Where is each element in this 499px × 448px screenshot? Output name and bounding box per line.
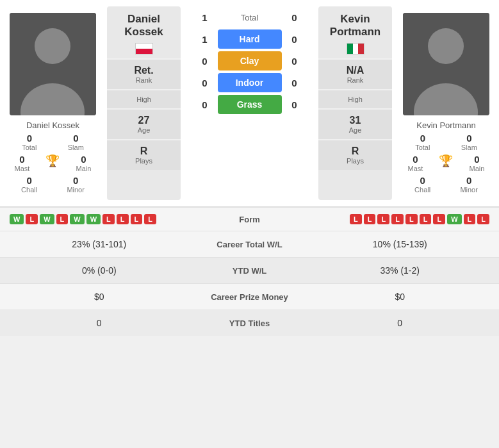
right-minor-label: Minor xyxy=(460,186,478,194)
indoor-badge: Indoor xyxy=(218,73,282,92)
left-player-name-center: DanielKossek xyxy=(121,6,166,42)
form-badge-right: L xyxy=(433,214,445,224)
form-badge-left: L xyxy=(56,214,69,224)
right-main-cell: 0 Main xyxy=(470,154,485,172)
form-badge-left: W xyxy=(40,214,54,224)
left-total-cell: 0 Total xyxy=(22,133,37,151)
court-row-clay: 0 Clay 0 xyxy=(182,51,317,71)
stats-row: $0Career Prize Money$0 xyxy=(0,283,499,310)
right-minor-cell: 0 Minor xyxy=(460,175,478,194)
left-rank-block: Ret. Rank xyxy=(107,58,181,89)
stats-right-value: 33% (1-2) xyxy=(314,265,487,276)
main-container: Daniel Kossek 0 Total 0 Slam 0 Mast 🏆 xyxy=(0,0,499,336)
left-mast-cell: 0 Mast xyxy=(15,154,30,172)
left-stat-row-1: 0 Total 0 Slam xyxy=(6,133,99,151)
right-mast-value: 0 xyxy=(413,154,418,165)
form-badge-right: W xyxy=(447,214,461,224)
grass-badge: Grass xyxy=(218,95,282,114)
right-player-name-label: Kevin Portmann xyxy=(416,120,476,130)
right-player-name-center: KevinPortmann xyxy=(327,6,384,42)
stats-row: 0YTD Titles0 xyxy=(0,310,499,336)
right-age-label: Age xyxy=(322,126,389,134)
form-badges-right: LLLLLLLWLL xyxy=(288,214,490,224)
left-main-value: 0 xyxy=(81,154,86,165)
indoor-score-right: 0 xyxy=(282,78,307,88)
left-mast-value: 0 xyxy=(19,154,24,165)
hard-score-right: 0 xyxy=(282,34,307,45)
left-high-label: High xyxy=(110,95,177,103)
right-stat-row-1: 0 Total 0 Slam xyxy=(400,133,493,151)
total-score-right: 0 xyxy=(282,12,307,23)
center-courts-column: 1 Total 0 1 Hard 0 0 Clay 0 0 Indoor 0 xyxy=(182,6,317,200)
stats-right-value: 0 xyxy=(314,318,487,328)
left-rank-label: Rank xyxy=(110,76,177,84)
left-player-avatar xyxy=(10,13,96,115)
clay-badge: Clay xyxy=(218,51,282,71)
right-player-photo-panel: Kevin Portmann 0 Total 0 Slam 0 Mast 🏆 xyxy=(393,6,499,200)
left-mast-label: Mast xyxy=(15,165,30,172)
right-stat-row-3: 0 Chall 0 Minor xyxy=(400,175,493,194)
form-badge-right: L xyxy=(420,214,432,224)
form-badge-right: L xyxy=(477,214,489,224)
right-rank-label: Rank xyxy=(322,76,389,84)
form-badge-left: W xyxy=(70,214,84,224)
right-total-cell: 0 Total xyxy=(415,133,430,151)
right-total-label: Total xyxy=(415,144,430,151)
form-badge-right: L xyxy=(464,214,476,224)
right-chall-label: Chall xyxy=(414,186,430,194)
left-flag xyxy=(135,43,153,54)
left-player-info-panel: DanielKossek Ret. Rank High 27 Age R Pla… xyxy=(107,6,181,200)
left-minor-cell: 0 Minor xyxy=(67,175,85,194)
clay-score-left: 0 xyxy=(192,56,218,67)
left-main-label: Main xyxy=(76,165,92,172)
left-age-value: 27 xyxy=(110,115,177,126)
form-badge-right: L xyxy=(364,214,376,224)
total-row: 1 Total 0 xyxy=(182,12,317,23)
left-trophy-icon: 🏆 xyxy=(45,154,60,168)
total-score-left: 1 xyxy=(192,12,218,23)
stats-left-value: 0% (0-0) xyxy=(13,265,186,276)
left-slam-cell: 0 Slam xyxy=(68,133,84,151)
right-slam-cell: 0 Slam xyxy=(461,133,477,151)
stats-left-value: 23% (31-101) xyxy=(13,239,186,249)
right-stat-row-2: 0 Mast 🏆 0 Main xyxy=(400,154,493,172)
svg-point-1 xyxy=(35,28,70,64)
right-trophy-cell: 🏆 xyxy=(439,154,453,172)
left-plays-block: R Plays xyxy=(107,139,181,170)
left-player-name-label: Daniel Kossek xyxy=(26,120,79,130)
left-plays-label: Plays xyxy=(110,157,177,165)
svg-point-4 xyxy=(428,28,464,64)
left-minor-value: 0 xyxy=(73,175,78,186)
left-plays-value: R xyxy=(110,145,177,157)
hard-badge: Hard xyxy=(218,29,282,49)
indoor-score-left: 0 xyxy=(192,78,218,88)
right-minor-value: 0 xyxy=(466,175,471,186)
top-section: Daniel Kossek 0 Total 0 Slam 0 Mast 🏆 xyxy=(0,0,499,207)
left-slam-value: 0 xyxy=(73,133,78,144)
right-chall-cell: 0 Chall xyxy=(414,175,430,194)
form-badge-left: L xyxy=(102,214,115,224)
right-chall-value: 0 xyxy=(420,175,425,186)
right-plays-label: Plays xyxy=(322,157,389,165)
form-badge-left: L xyxy=(144,214,156,224)
left-main-cell: 0 Main xyxy=(76,154,92,172)
court-row-grass: 0 Grass 0 xyxy=(182,95,317,114)
hard-score-left: 1 xyxy=(192,34,218,45)
grass-score-left: 0 xyxy=(192,99,218,110)
left-chall-value: 0 xyxy=(26,175,31,186)
left-stat-row-3: 0 Chall 0 Minor xyxy=(6,175,99,194)
right-plays-block: R Plays xyxy=(318,139,392,170)
court-row-hard: 1 Hard 0 xyxy=(182,29,317,49)
right-main-label: Main xyxy=(470,165,485,172)
form-badge-left: W xyxy=(86,214,101,224)
stats-left-value: 0 xyxy=(13,318,186,328)
left-age-label: Age xyxy=(110,126,177,134)
right-total-value: 0 xyxy=(420,133,425,144)
form-section: WLWLWWLLLL Form LLLLLLLWLL xyxy=(0,207,499,231)
left-trophy-cell: 🏆 xyxy=(45,154,60,172)
stats-row: 23% (31-101)Career Total W/L10% (15-139) xyxy=(0,231,499,257)
form-badges-left: WLWLWWLLLL xyxy=(10,214,211,224)
right-main-value: 0 xyxy=(474,154,479,165)
right-plays-value: R xyxy=(322,145,389,157)
left-slam-label: Slam xyxy=(68,144,84,151)
